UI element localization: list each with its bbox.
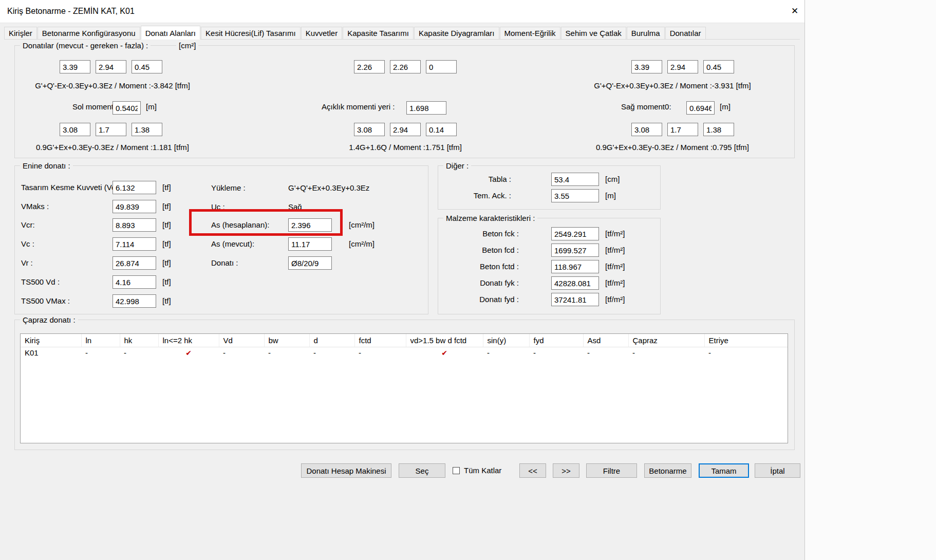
donatilar-left-top-input-2[interactable] <box>96 60 126 73</box>
donati-label: Donatı : <box>211 256 238 270</box>
vmaks-input[interactable] <box>113 200 156 213</box>
vcr-input[interactable] <box>113 218 156 232</box>
beton-fcd-input[interactable] <box>551 244 599 257</box>
vr-input[interactable] <box>113 256 156 270</box>
tamam-button[interactable]: Tamam <box>699 463 749 478</box>
donati-fyd-unit: [tf/m²] <box>605 293 625 306</box>
group-donatilar-legend: Donatılar (mevcut - gereken - fazla) : <box>20 41 151 51</box>
capraz-header-bw: bw <box>264 334 309 347</box>
donati-input[interactable] <box>288 256 332 270</box>
vc-input[interactable] <box>113 237 156 251</box>
group-donatilar: Donatılar (mevcut - gereken - fazla) : [… <box>14 45 795 158</box>
tab-sehim-ve-catlak[interactable]: Sehim ve Çatlak <box>561 27 626 39</box>
beton-fctd-label: Beton fctd : <box>444 260 519 273</box>
tab-kapasite-tasarimi[interactable]: Kapasite Tasarımı <box>343 27 414 39</box>
ts500-vmax-input[interactable] <box>113 294 156 308</box>
iptal-button[interactable]: İptal <box>755 463 800 478</box>
cell-fyd: - <box>529 347 583 359</box>
window-title: Kiriş Betonarme - ZEMİN KAT, K01 <box>7 0 135 23</box>
tabla-label: Tabla : <box>444 173 511 186</box>
tab-burulma[interactable]: Burulma <box>627 27 665 39</box>
capraz-header-etriye: Etriye <box>704 334 788 347</box>
donati-fyk-unit: [tf/m²] <box>605 276 625 290</box>
donatilar-right-bottom-input-1[interactable] <box>631 123 662 136</box>
donatilar-mid-bottom-input-2[interactable] <box>390 123 421 136</box>
aciklik-momenti-yeri-label: Açıklık momenti yeri : <box>322 100 395 114</box>
sag-moment0-unit: [m] <box>720 100 731 114</box>
donati-hesap-makinesi-button[interactable]: Donatı Hesap Makinesi <box>301 463 391 478</box>
donatilar-left-bottom-caption: 0.9G'+Ex+0.3Ey-0.3Ez / Moment :1.181 [tf… <box>15 142 210 153</box>
sag-moment0-input[interactable] <box>686 101 715 115</box>
tabla-input[interactable] <box>551 173 599 186</box>
ve-label: Tasarım Kesme Kuvveti (Ve) <box>21 181 118 194</box>
cell-etriye: - <box>704 347 788 359</box>
as-mevcut-unit: [cm²/m] <box>349 237 375 251</box>
tab-kesit-hucresi-lif-tasarimi[interactable]: Kesit Hücresi(Lif) Tasarımı <box>201 27 301 39</box>
donatilar-right-bottom-input-2[interactable] <box>667 123 698 136</box>
tum-katlar-checkbox[interactable] <box>453 467 460 474</box>
tem-ack-unit: [m] <box>605 189 616 202</box>
donatilar-left-bottom-input-2[interactable] <box>96 123 126 136</box>
donatilar-right-top-input-2[interactable] <box>667 60 698 73</box>
tab-kapasite-diyagramlari[interactable]: Kapasite Diyagramları <box>414 27 499 39</box>
sag-moment0-label: Sağ moment0: <box>621 100 671 114</box>
donatilar-left-bottom-input-1[interactable] <box>60 123 90 136</box>
tum-katlar-label: Tüm Katlar <box>464 463 501 478</box>
beton-fck-unit: [tf/m²] <box>605 227 625 240</box>
vcr-unit: [tf] <box>162 218 171 232</box>
donatilar-mid-top-input-3[interactable] <box>426 60 457 73</box>
tab-kuvvetler[interactable]: Kuvvetler <box>301 27 343 39</box>
capraz-header-kiris: Kiriş <box>21 334 81 347</box>
donatilar-right-top-input-1[interactable] <box>631 60 662 73</box>
aciklik-momenti-yeri-input[interactable] <box>406 101 446 115</box>
cell-kiris: K01 <box>21 347 81 359</box>
group-diger-legend: Diğer : <box>443 161 471 171</box>
donatilar-left-top-input-3[interactable] <box>132 60 162 73</box>
ts500-vd-unit: [tf] <box>162 275 171 289</box>
betonarme-button[interactable]: Betonarme <box>644 463 691 478</box>
as-hesaplanan-input[interactable] <box>288 218 332 232</box>
donatilar-right-bottom-input-3[interactable] <box>703 123 734 136</box>
capraz-header-capraz: Çapraz <box>628 334 704 347</box>
donatilar-mid-top-input-2[interactable] <box>390 60 421 73</box>
donati-fyd-input[interactable] <box>551 293 599 306</box>
next-button[interactable]: >> <box>553 463 579 478</box>
donatilar-left-top-input-1[interactable] <box>60 60 90 73</box>
donatilar-left-top-caption: G'+Q'-Ex-0.3Ey+0.3Ez / Moment :-3.842 [t… <box>15 81 210 91</box>
tab-kirisler[interactable]: Kirişler <box>4 27 37 39</box>
donatilar-mid-bottom-input-1[interactable] <box>354 123 385 136</box>
tem-ack-label: Tem. Ack. : <box>444 189 511 202</box>
ts500-vd-input[interactable] <box>113 275 156 289</box>
vc-label: Vc : <box>21 237 34 251</box>
as-mevcut-input[interactable] <box>288 237 332 251</box>
table-row[interactable]: K01 - - ✔ - - - - ✔ - - - - - <box>21 347 788 359</box>
prev-button[interactable]: << <box>519 463 546 478</box>
cell-fctd: - <box>354 347 406 359</box>
cell-vd: - <box>219 347 264 359</box>
sol-moment0-input[interactable] <box>113 101 141 115</box>
donatilar-mid-bottom-input-3[interactable] <box>426 123 457 136</box>
ve-input[interactable] <box>113 181 156 194</box>
beton-fck-input[interactable] <box>551 227 599 240</box>
capraz-header-vd: Vd <box>219 334 264 347</box>
beton-fctd-input[interactable] <box>551 260 599 273</box>
donatilar-mid-top-input-1[interactable] <box>354 60 385 73</box>
close-icon[interactable]: ✕ <box>786 0 803 23</box>
donatilar-right-top-input-3[interactable] <box>703 60 734 73</box>
donatilar-right-top-caption: G'+Q'-Ex+0.3Ey+0.3Ez / Moment :-3.931 [t… <box>575 81 770 91</box>
vcr-label: Vcr: <box>21 218 35 232</box>
tab-moment-egrilik[interactable]: Moment-Eğrilik <box>500 27 560 39</box>
filtre-button[interactable]: Filtre <box>586 463 637 478</box>
donatilar-right-bottom-caption: 0.9G'+Ex+0.3Ey-0.3Ez / Moment :0.795 [tf… <box>575 142 770 153</box>
tab-betonarme-konfigurasyonu[interactable]: Betonarme Konfigürasyonu <box>38 27 140 39</box>
title-bar: Kiriş Betonarme - ZEMİN KAT, K01 ✕ <box>0 0 804 23</box>
tab-donatilar[interactable]: Donatılar <box>665 27 706 39</box>
tabla-unit: [cm] <box>605 173 620 186</box>
tem-ack-input[interactable] <box>551 189 599 202</box>
donatilar-left-bottom-input-3[interactable] <box>132 123 162 136</box>
donati-fyd-label: Donatı fyd : <box>444 293 519 306</box>
donati-fyk-input[interactable] <box>551 276 599 290</box>
sec-button[interactable]: Seç <box>399 463 445 478</box>
tab-donati-alanlari[interactable]: Donatı Alanları <box>141 26 200 40</box>
capraz-header-asd: Asd <box>583 334 628 347</box>
